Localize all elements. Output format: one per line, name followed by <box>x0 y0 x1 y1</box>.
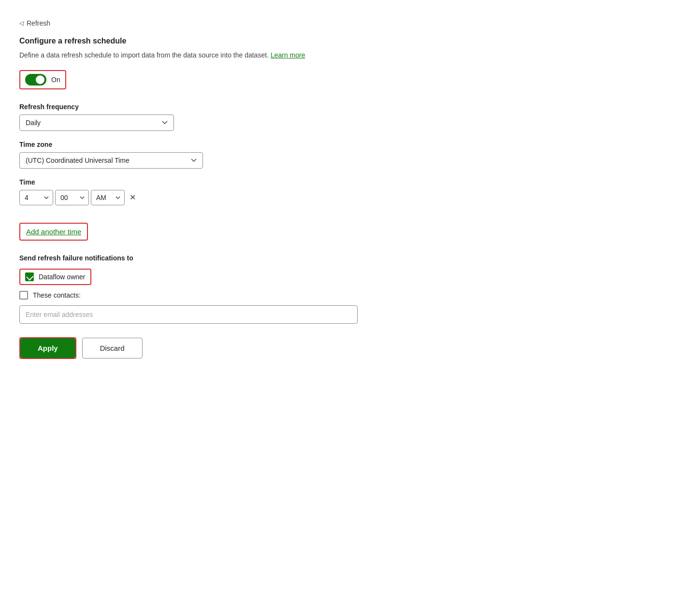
description-text: Define a data refresh schedule to import… <box>19 50 454 60</box>
toggle-label: On <box>51 76 60 84</box>
collapse-icon[interactable]: ◁ <box>19 20 24 27</box>
notifications-section: Send refresh failure notifications to Da… <box>19 254 454 324</box>
add-time-wrapper: Add another time <box>19 223 88 241</box>
notifications-label: Send refresh failure notifications to <box>19 254 454 262</box>
learn-more-link[interactable]: Learn more <box>271 51 305 59</box>
refresh-frequency-label: Refresh frequency <box>19 103 454 111</box>
add-another-time-button[interactable]: Add another time <box>26 228 81 236</box>
refresh-frequency-group: Refresh frequency Daily Weekly <box>19 103 454 131</box>
dataflow-owner-row: Dataflow owner <box>19 269 91 285</box>
apply-button-wrapper: Apply <box>19 337 76 359</box>
toggle-slider <box>25 74 46 86</box>
time-row: 4 1 2 3 5 6 7 8 9 10 11 12 00 15 30 45 A… <box>19 190 454 205</box>
time-zone-select[interactable]: (UTC) Coordinated Universal Time (UTC-05… <box>19 152 203 169</box>
ampm-select[interactable]: AM PM <box>91 190 125 205</box>
remove-time-button[interactable]: ✕ <box>127 192 139 203</box>
time-label: Time <box>19 178 454 186</box>
configure-heading: Configure a refresh schedule <box>19 37 454 45</box>
apply-button[interactable]: Apply <box>20 338 75 358</box>
refresh-frequency-select[interactable]: Daily Weekly <box>19 115 174 131</box>
time-group: Time 4 1 2 3 5 6 7 8 9 10 11 12 00 15 30… <box>19 178 454 205</box>
email-input[interactable] <box>19 305 358 324</box>
these-contacts-checkbox[interactable] <box>19 291 28 300</box>
discard-button[interactable]: Discard <box>82 338 143 358</box>
section-header: ◁ Refresh <box>19 19 454 27</box>
these-contacts-row: These contacts: <box>19 291 454 300</box>
time-zone-label: Time zone <box>19 141 454 148</box>
dataflow-owner-label: Dataflow owner <box>39 273 86 281</box>
hour-select[interactable]: 4 1 2 3 5 6 7 8 9 10 11 12 <box>19 190 53 205</box>
dataflow-owner-checkbox[interactable] <box>25 272 34 281</box>
toggle-wrapper: On <box>19 70 66 89</box>
refresh-toggle[interactable] <box>25 74 46 86</box>
buttons-row: Apply Discard <box>19 337 454 359</box>
these-contacts-label: These contacts: <box>33 291 81 299</box>
time-zone-group: Time zone (UTC) Coordinated Universal Ti… <box>19 141 454 169</box>
page-container: ◁ Refresh Configure a refresh schedule D… <box>19 10 454 369</box>
section-title: Refresh <box>27 19 50 27</box>
minute-select[interactable]: 00 15 30 45 <box>55 190 89 205</box>
